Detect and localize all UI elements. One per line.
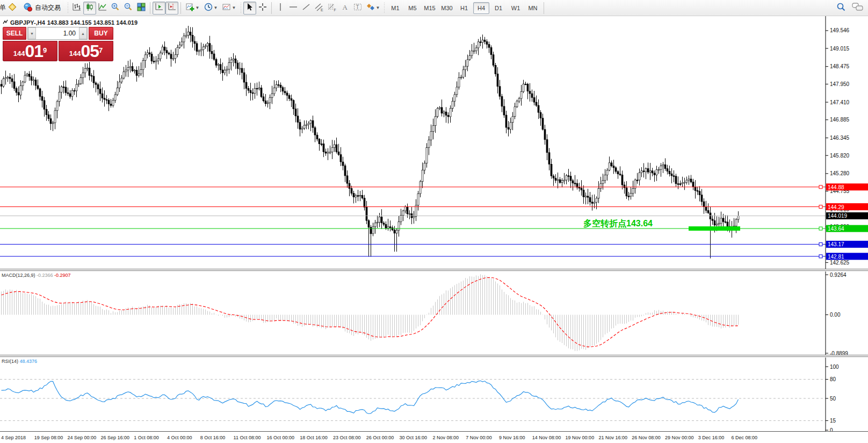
candle-body [3, 79, 4, 87]
periods-dropdown[interactable]: ▼ [201, 2, 220, 15]
volume-value[interactable]: 1.00 [36, 27, 79, 39]
timeframe-button-w1[interactable]: W1 [508, 2, 524, 14]
autotrading-button[interactable]: 自动交易 [19, 2, 65, 15]
candle-body [381, 217, 382, 223]
candle-body [16, 89, 17, 92]
arrows-dropdown[interactable]: ▼ [364, 2, 381, 15]
candle-body [707, 210, 709, 212]
candle-body [548, 153, 550, 165]
timeframe-button-m5[interactable]: M5 [404, 2, 421, 14]
chart-shift-button[interactable] [165, 2, 178, 15]
text-icon: A [340, 2, 350, 14]
sell-button[interactable]: SELL [3, 27, 26, 40]
toolbar-grip[interactable] [383, 3, 385, 13]
rsi-chart[interactable]: 1008050150 [0, 358, 868, 432]
thick-line-segment[interactable] [689, 226, 740, 231]
candle-body [643, 171, 645, 172]
crosshair-button[interactable] [256, 2, 269, 15]
time-axis[interactable]: 4 Sep 201819 Sep 08:0024 Sep 00:0026 Sep… [0, 432, 868, 443]
candle-body [695, 187, 696, 190]
candle-body [175, 55, 176, 59]
candle-body [553, 176, 554, 178]
timeframe-button-h1[interactable]: H1 [456, 2, 472, 14]
cursor-button[interactable] [243, 2, 256, 15]
candle-body [656, 170, 657, 175]
time-label: 29 Nov 00:00 [665, 435, 694, 440]
line-chart-button[interactable] [96, 2, 109, 15]
candle-body [641, 171, 642, 173]
chart-annotation-text[interactable]: 多空转折点143.64 [583, 218, 653, 230]
line-handle[interactable] [819, 185, 822, 189]
candle-body [714, 220, 715, 225]
line-handle[interactable] [819, 227, 822, 230]
tile-windows-button[interactable] [135, 2, 148, 15]
buy-button[interactable]: BUY [89, 27, 113, 40]
timeframe-button-m30[interactable]: M30 [439, 2, 455, 14]
templates-icon [222, 2, 232, 14]
templates-dropdown[interactable]: ▼ [220, 2, 238, 15]
line-handle[interactable] [819, 242, 822, 246]
vertical-line-button[interactable] [274, 2, 287, 15]
new-order-icon [8, 2, 17, 14]
toolbar-grip[interactable] [67, 3, 69, 13]
bid-big-figure: 144 [13, 48, 25, 59]
macd-pane[interactable]: 0.92640.00-0.8899 MACD(12,26,9) -0.2366 … [0, 271, 868, 355]
trendline-button[interactable] [300, 2, 313, 15]
main-chart-pane[interactable]: 149.546149.015148.475147.950147.410146.8… [0, 16, 868, 270]
candlestick-chart[interactable]: 149.546149.015148.475147.950147.410146.8… [0, 16, 868, 270]
timeframe-button-m15[interactable]: M15 [422, 2, 438, 14]
toolbar-separator [150, 2, 150, 14]
time-label: 16 Oct 00:00 [266, 435, 294, 440]
timeframe-button-h4[interactable]: H4 [473, 2, 489, 14]
candle-body [71, 90, 73, 96]
candle-body [65, 87, 67, 92]
candle-body [419, 182, 421, 194]
volume-increase-button[interactable]: ▲ [79, 27, 87, 39]
text-button[interactable]: A [338, 2, 351, 15]
candlestick-button[interactable] [83, 2, 96, 15]
candle-body [540, 112, 541, 118]
text-label-button[interactable]: T [351, 2, 364, 15]
candle-body [632, 189, 634, 194]
candle-body [505, 115, 507, 127]
chat-icon[interactable] [852, 2, 864, 15]
time-label: 26 Nov 08:00 [632, 435, 661, 440]
line-handle[interactable] [819, 205, 822, 209]
candle-body [538, 105, 539, 112]
candle-body [587, 196, 589, 197]
pane-separator[interactable] [0, 355, 868, 357]
new-order-label-clipped[interactable]: 单 [0, 3, 6, 12]
candle-body [439, 108, 440, 109]
candle-body [628, 196, 630, 197]
bar-chart-button[interactable] [70, 2, 83, 15]
horizontal-line-button[interactable] [287, 2, 300, 15]
price-label-text: 143.64 [828, 226, 844, 232]
candle-body [125, 70, 127, 72]
rsi-pane[interactable]: 1008050150 RSI(14) 48.4376 [0, 358, 868, 432]
auto-scroll-button[interactable] [153, 2, 165, 15]
candle-body [662, 165, 664, 166]
zoom-out-button[interactable] [122, 2, 135, 15]
price-tick-label: 147.950 [830, 81, 850, 87]
timeframe-button-m1[interactable]: M1 [387, 2, 403, 14]
timeframe-button-mn[interactable]: MN [525, 2, 541, 14]
bid-price-display[interactable]: 144019 [3, 41, 57, 61]
candle-body [44, 101, 45, 109]
indicators-dropdown[interactable]: ▼ [183, 2, 201, 15]
toolbar-grip[interactable] [240, 3, 242, 13]
volume-decrease-button[interactable]: ▼ [28, 27, 36, 39]
search-icon[interactable] [836, 2, 847, 15]
candle-body [149, 53, 150, 54]
macd-chart[interactable]: 0.92640.00-0.8899 [0, 271, 868, 355]
line-handle[interactable] [819, 255, 822, 258]
candle-body [735, 219, 737, 226]
new-order-button[interactable] [6, 2, 19, 15]
fibonacci-button[interactable]: F [326, 2, 338, 15]
zoom-in-button[interactable] [109, 2, 122, 15]
channel-button[interactable]: E [313, 2, 326, 15]
ask-price-display[interactable]: 144057 [59, 41, 113, 61]
candle-body [660, 166, 662, 169]
timeframe-button-d1[interactable]: D1 [490, 2, 507, 14]
pane-separator[interactable] [0, 269, 868, 271]
candle-body [578, 188, 580, 189]
